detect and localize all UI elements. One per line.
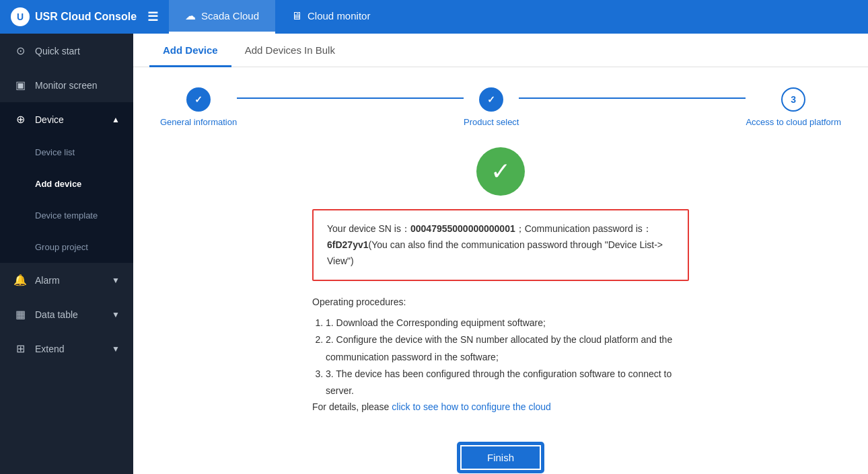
tab-add-device[interactable]: Add Device (149, 34, 231, 67)
cloud-icon: ☁ (185, 9, 196, 22)
sidebar-item-data-table-label: Data table (35, 309, 78, 320)
sidebar-item-add-device-label: Add device (35, 179, 81, 189)
success-circle: ✓ (476, 147, 525, 196)
sidebar-item-device[interactable]: ⊕ Device ▲ (0, 102, 133, 136)
sidebar-item-device-list-label: Device list (35, 147, 75, 157)
menu-icon[interactable]: ☰ (147, 9, 158, 24)
instruction-step-2: 2. Configure the device with the SN numb… (326, 331, 689, 365)
step-general-circle: ✓ (186, 87, 211, 112)
sidebar-item-device-template[interactable]: Device template (0, 200, 133, 231)
step-product: ✓ Product select (464, 87, 519, 127)
device-arrow: ▲ (112, 115, 120, 124)
step-access-label: Access to cloud platform (746, 117, 841, 127)
topnav-tab-monitor-label: Cloud monitor (308, 10, 370, 22)
step-general-icon: ✓ (194, 94, 203, 105)
alarm-arrow: ▼ (112, 276, 120, 285)
info-pw-value: 6fD27yv1 (327, 239, 369, 250)
finish-button[interactable]: Finish (459, 444, 542, 471)
sidebar-item-alarm[interactable]: 🔔 Alarm ▼ (0, 263, 133, 297)
quick-start-icon: ⊙ (13, 44, 27, 57)
info-line1: Your device SN is：00047955000000000001；C… (327, 221, 674, 237)
sidebar: ⊙ Quick start ▣ Monitor screen ⊕ Device … (0, 34, 133, 474)
main-content: Add Device Add Devices In Bulk ✓ General… (133, 34, 868, 474)
configure-cloud-link[interactable]: click to see how to configure the cloud (392, 401, 551, 412)
step-access: 3 Access to cloud platform (746, 87, 841, 127)
stepper: ✓ General information ✓ Product select 3 (133, 67, 868, 141)
step-general: ✓ General information (160, 87, 237, 127)
sidebar-item-device-template-label: Device template (35, 210, 98, 221)
page-tabs: Add Device Add Devices In Bulk (133, 34, 868, 67)
step-access-number: 3 (791, 94, 796, 105)
finish-wrap: Finish (133, 433, 868, 474)
step-access-circle: 3 (781, 87, 805, 112)
data-table-arrow: ▼ (112, 310, 120, 319)
info-pw-prefix: ；Communication password is： (515, 223, 652, 234)
sidebar-item-extend-label: Extend (35, 344, 65, 354)
brand-label: USR Cloud Console (35, 11, 137, 23)
sidebar-item-group-project[interactable]: Group project (0, 231, 133, 263)
info-box: Your device SN is：00047955000000000001；C… (312, 209, 689, 281)
monitor-screen-icon: ▣ (13, 79, 27, 91)
checkmark-icon: ✓ (491, 157, 511, 186)
step-product-label: Product select (464, 117, 519, 127)
device-icon: ⊕ (13, 113, 27, 126)
info-sn-prefix: Your device SN is： (327, 223, 410, 234)
success-icon-wrap: ✓ (133, 147, 868, 196)
extend-icon: ⊞ (13, 342, 27, 355)
info-sn-value: 00047955000000000001 (410, 223, 515, 234)
topnav-tab-scada-label: Scada Cloud (201, 10, 259, 22)
sidebar-item-add-device[interactable]: Add device (0, 168, 133, 200)
sidebar-item-monitor-screen-label: Monitor screen (35, 80, 98, 91)
sidebar-device-submenu: Device list Add device Device template G… (0, 136, 133, 263)
brand: U USR Cloud Console ☰ (11, 7, 169, 26)
sidebar-item-device-label: Device (35, 114, 64, 125)
topnav: U USR Cloud Console ☰ ☁ Scada Cloud 🖥 Cl… (0, 0, 868, 34)
instructions-list: 1. Download the Corresponding equipment … (326, 315, 689, 399)
data-table-icon: ▦ (13, 308, 27, 321)
step-line-2 (519, 97, 746, 99)
sidebar-item-data-table[interactable]: ▦ Data table ▼ (0, 297, 133, 331)
step-product-icon: ✓ (487, 94, 495, 105)
monitor-icon: 🖥 (291, 10, 302, 22)
topnav-tab-monitor[interactable]: 🖥 Cloud monitor (275, 0, 386, 34)
sidebar-item-group-project-label: Group project (35, 242, 88, 252)
tab-add-bulk[interactable]: Add Devices In Bulk (231, 34, 349, 67)
info-line2: 6fD27yv1(You can also find the communica… (327, 237, 674, 270)
sidebar-item-quick-start[interactable]: ⊙ Quick start (0, 34, 133, 68)
sidebar-item-alarm-label: Alarm (35, 275, 60, 286)
sidebar-item-monitor-screen[interactable]: ▣ Monitor screen (0, 68, 133, 102)
step-general-label: General information (160, 117, 237, 127)
instructions-link-line: For details, please click to see how to … (312, 399, 689, 416)
brand-icon: U (11, 7, 30, 26)
sidebar-item-extend[interactable]: ⊞ Extend ▼ (0, 331, 133, 366)
instructions-link-prefix: For details, please (312, 401, 392, 412)
topnav-tab-scada[interactable]: ☁ Scada Cloud (169, 0, 275, 34)
alarm-icon: 🔔 (13, 274, 27, 286)
instructions: Operating procedures: 1. Download the Co… (312, 294, 689, 433)
step-product-circle: ✓ (479, 87, 503, 112)
extend-arrow: ▼ (112, 344, 120, 354)
instruction-step-1: 1. Download the Corresponding equipment … (326, 315, 689, 331)
sidebar-item-device-list[interactable]: Device list (0, 136, 133, 168)
instruction-step-3: 3. The device has been configured throug… (326, 366, 689, 399)
step-line-1 (237, 97, 464, 99)
sidebar-item-quick-start-label: Quick start (35, 46, 80, 56)
info-pw-hint: (You can also find the communication pas… (327, 239, 663, 266)
instructions-title: Operating procedures: (312, 294, 689, 311)
